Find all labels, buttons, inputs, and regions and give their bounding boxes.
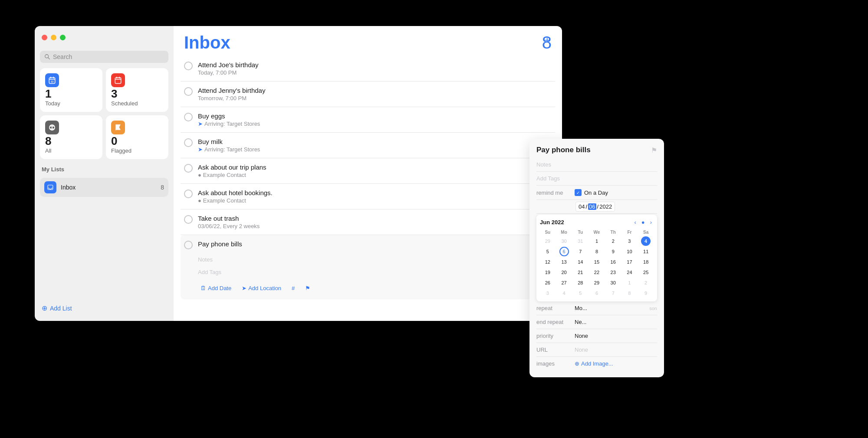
cal-day[interactable]: 16 [608,257,618,267]
smart-list-today[interactable]: 12 1 Today [40,68,102,112]
cal-day[interactable]: 7 [575,247,585,256]
detail-images-row[interactable]: images ⊕ Add Image... [536,357,657,370]
cal-day[interactable]: 29 [543,236,552,246]
task-notes-placeholder[interactable]: Notes [184,255,213,263]
cal-day[interactable]: 26 [543,278,552,288]
cal-day[interactable]: 30 [559,236,569,246]
task-item[interactable]: Take out trash 03/06/22, Every 2 weeks [181,209,555,235]
task-item[interactable]: Ask about hotel bookings. ● Example Cont… [181,184,555,209]
detail-notes-row[interactable]: Notes [536,158,657,172]
add-image-button[interactable]: ⊕ Add Image... [575,360,613,367]
cal-current-button[interactable]: ● [640,218,647,226]
scheduled-label: Scheduled [111,100,163,107]
cal-day[interactable]: 2 [608,236,618,246]
cal-day[interactable]: 21 [575,268,585,277]
smart-list-all[interactable]: 8 All [40,115,102,159]
task-item[interactable]: Attend Joe's birthday Today, 7:00 PM [181,56,555,82]
smart-list-flagged[interactable]: 0 Flagged [106,115,168,159]
detail-remind-row[interactable]: remind me ✓ On a Day [536,186,657,200]
cal-day[interactable]: 3 [543,288,552,298]
cal-day[interactable]: 10 [625,247,634,256]
task-checkbox[interactable] [184,62,193,70]
cal-day[interactable]: 7 [608,288,618,298]
cal-day[interactable]: 24 [625,268,634,277]
today-icon: 12 [45,73,59,87]
cal-day[interactable]: 29 [592,278,602,288]
cal-day[interactable]: 25 [641,268,651,277]
add-tag-button[interactable]: # [289,284,297,292]
task-item[interactable]: Ask about our trip plans ● Example Conta… [181,158,555,184]
cal-day[interactable]: 13 [559,257,569,267]
cal-day-selected[interactable]: 6 [559,247,569,256]
cal-day-header-we: We [589,229,605,235]
date-input[interactable]: 04 / 06 / 2022 [575,202,615,212]
url-value: None [575,346,588,353]
task-checkbox[interactable] [184,87,193,96]
cal-day[interactable]: 8 [592,247,602,256]
detail-repeat-row[interactable]: repeat Mo... son [536,301,657,315]
task-item-selected[interactable]: Pay phone bills ⓘ › Notes Add Tags 🗓 Add… [181,235,555,299]
add-list-button[interactable]: ⊕ Add List [40,302,168,314]
task-item[interactable]: Buy eggs ➤ Arriving: Target Stores [181,107,555,133]
task-checkbox[interactable] [184,215,193,224]
cal-day[interactable]: 23 [608,268,618,277]
task-tags-placeholder[interactable]: Add Tags [184,268,221,277]
task-title: Attend Joe's birthday [198,61,552,69]
detail-priority-row[interactable]: priority None [536,329,657,343]
cal-day[interactable]: 1 [592,236,602,246]
cal-day[interactable]: 3 [625,236,634,246]
task-checkbox[interactable] [184,138,193,147]
minimize-button[interactable] [51,35,56,40]
cal-day[interactable]: 15 [592,257,602,267]
close-button[interactable] [42,35,47,40]
cal-day-header-tu: Tu [572,229,588,235]
cal-day[interactable]: 5 [575,288,585,298]
calendar-nav: ‹ ● › [632,218,654,226]
smart-list-scheduled[interactable]: 3 Scheduled [106,68,168,112]
flag-button[interactable]: ⚑ [302,284,313,292]
cal-day[interactable]: 6 [592,288,602,298]
cal-day[interactable]: 1 [625,278,634,288]
cal-day[interactable]: 12 [543,257,552,267]
cal-day[interactable]: 27 [559,278,569,288]
cal-day[interactable]: 18 [641,257,651,267]
cal-day[interactable]: 9 [608,247,618,256]
detail-flag-button[interactable]: ⚑ [651,146,657,154]
cal-day[interactable]: 28 [575,278,585,288]
sidebar-item-inbox[interactable]: Inbox 8 [40,178,168,197]
task-checkbox[interactable] [184,190,193,198]
cal-day-today[interactable]: 4 [641,236,651,246]
add-task-button[interactable]: + [542,33,552,48]
on-a-day-toggle[interactable]: ✓ On a Day [575,189,608,196]
cal-day[interactable]: 14 [575,257,585,267]
add-location-button[interactable]: ➤ Add Location [239,284,284,292]
cal-day[interactable]: 17 [625,257,634,267]
cal-day[interactable]: 4 [559,288,569,298]
cal-day[interactable]: 8 [625,288,634,298]
task-item[interactable]: Buy milk ➤ Arriving: Target Stores [181,133,555,158]
remind-checkbox[interactable]: ✓ [575,189,582,196]
search-bar[interactable]: Search [40,51,168,63]
add-date-button[interactable]: 🗓 Add Date [198,284,234,292]
date-day[interactable]: 06 [588,203,596,210]
cal-day[interactable]: 19 [543,268,552,277]
cal-day[interactable]: 30 [608,278,618,288]
fullscreen-button[interactable] [60,35,66,40]
cal-day[interactable]: 2 [641,278,651,288]
detail-end-repeat-row[interactable]: end repeat Ne... [536,315,657,329]
task-checkbox[interactable] [184,164,193,173]
date-input-row[interactable]: 04 / 06 / 2022 [536,200,657,214]
cal-day[interactable]: 20 [559,268,569,277]
cal-day[interactable]: 5 [543,247,552,256]
cal-day[interactable]: 11 [641,247,651,256]
cal-day[interactable]: 31 [575,236,585,246]
task-item[interactable]: Attend Jenny's birthday Tomorrow, 7:00 P… [181,82,555,107]
task-checkbox[interactable] [184,113,193,121]
cal-next-button[interactable]: › [648,218,654,226]
task-checkbox[interactable] [184,241,193,249]
detail-tags-row[interactable]: Add Tags [536,172,657,186]
cal-day[interactable]: 9 [641,288,651,298]
cal-prev-button[interactable]: ‹ [632,218,638,226]
detail-url-row[interactable]: URL None [536,343,657,357]
cal-day[interactable]: 22 [592,268,602,277]
